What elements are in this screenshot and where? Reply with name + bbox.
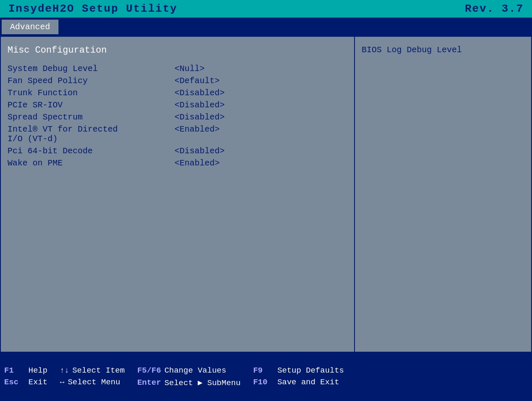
setting-label: Wake on PME: [8, 158, 175, 168]
key-desc-change-values: Change Values: [165, 366, 226, 375]
key-code-f5f6: F5/F6: [137, 366, 161, 375]
section-title: Misc Configuration: [8, 45, 347, 56]
setting-value: <Disabled>: [175, 100, 225, 110]
setting-label: System Debug Level: [8, 64, 175, 74]
key-code-f9: F9: [253, 366, 274, 375]
setting-label: Spread Spectrum: [8, 112, 175, 122]
key-desc-save-exit: Save and Exit: [277, 378, 339, 387]
key-group-arrows: ↑↓ Select Item ↔ Select Menu: [60, 366, 125, 388]
key-row-esc: Esc Exit: [4, 378, 48, 387]
key-row-enter: Enter Select ▶ SubMenu: [137, 378, 241, 388]
key-desc-select-menu: Select Menu: [68, 378, 120, 387]
setting-label: Intel® VT for Directed: [8, 124, 175, 134]
setting-label-continued: I/O (VT-d): [8, 134, 175, 144]
key-row-f9: F9 Setup Defaults: [253, 366, 344, 375]
key-desc-exit: Exit: [28, 378, 48, 387]
setting-label: Fan Speed Policy: [8, 76, 175, 86]
app-title: InsydeH2O Setup Utility: [8, 3, 177, 15]
tab-advanced[interactable]: Advanced: [2, 20, 58, 34]
setting-value: <Disabled>: [175, 88, 225, 98]
key-row-f10: F10 Save and Exit: [253, 378, 344, 387]
key-desc-select-submenu: Select ▶ SubMenu: [165, 378, 241, 388]
key-group-f5f6-enter: F5/F6 Change Values Enter Select ▶ SubMe…: [137, 366, 241, 388]
revision-text: Rev. 3.7: [465, 3, 524, 15]
key-row-f5f6: F5/F6 Change Values: [137, 366, 241, 375]
setting-label: PCIe SR-IOV: [8, 100, 175, 110]
key-group-f1-esc: F1 Help Esc Exit: [4, 366, 48, 388]
setting-value: <Default>: [175, 76, 220, 86]
list-item[interactable]: PCIe SR-IOV <Disabled>: [8, 100, 347, 110]
tab-bar: Advanced: [0, 18, 532, 36]
setting-value: <Disabled>: [175, 112, 225, 122]
key-group-f9f10: F9 Setup Defaults F10 Save and Exit: [253, 366, 344, 388]
key-desc-select-item: Select Item: [72, 366, 124, 375]
left-panel: Misc Configuration System Debug Level <N…: [1, 37, 355, 352]
key-row-updown: ↑↓ Select Item: [60, 366, 125, 375]
list-item[interactable]: Intel® VT for Directed I/O (VT-d) <Enabl…: [8, 124, 347, 144]
key-code-esc: Esc: [4, 378, 25, 387]
bottom-keys: F1 Help Esc Exit ↑↓ Select Item ↔ Select…: [4, 366, 528, 388]
arrow-leftright-icon: ↔: [60, 378, 65, 386]
list-item[interactable]: Spread Spectrum <Disabled>: [8, 112, 347, 122]
key-desc-setup-defaults: Setup Defaults: [277, 366, 344, 375]
key-row-leftright: ↔ Select Menu: [60, 378, 125, 387]
key-code-enter: Enter: [137, 378, 161, 387]
setting-value: <Enabled>: [175, 158, 220, 168]
key-row-f1: F1 Help: [4, 366, 48, 375]
setting-value: <Null>: [175, 64, 205, 74]
list-item[interactable]: Trunk Function <Disabled>: [8, 88, 347, 98]
list-item[interactable]: Fan Speed Policy <Default>: [8, 76, 347, 86]
key-code-f1: F1: [4, 366, 25, 375]
settings-list: System Debug Level <Null> Fan Speed Poli…: [8, 64, 347, 168]
key-desc-help: Help: [28, 366, 48, 375]
right-panel: BIOS Log Debug Level: [355, 37, 531, 352]
key-code-f10: F10: [253, 378, 274, 387]
list-item[interactable]: System Debug Level <Null>: [8, 64, 347, 74]
main-content: Misc Configuration System Debug Level <N…: [0, 36, 532, 353]
setting-value: <Disabled>: [175, 146, 225, 156]
list-item[interactable]: Pci 64-bit Decode <Disabled>: [8, 146, 347, 156]
arrow-updown-icon: ↑↓: [60, 366, 69, 375]
help-text: BIOS Log Debug Level: [362, 45, 524, 55]
bottom-bar: F1 Help Esc Exit ↑↓ Select Item ↔ Select…: [0, 353, 532, 401]
list-item[interactable]: Wake on PME <Enabled>: [8, 158, 347, 168]
setting-label: Trunk Function: [8, 88, 175, 98]
title-bar: InsydeH2O Setup Utility Rev. 3.7: [0, 0, 532, 18]
setting-value: <Enabled>: [175, 124, 220, 134]
setting-label: Pci 64-bit Decode: [8, 146, 175, 156]
